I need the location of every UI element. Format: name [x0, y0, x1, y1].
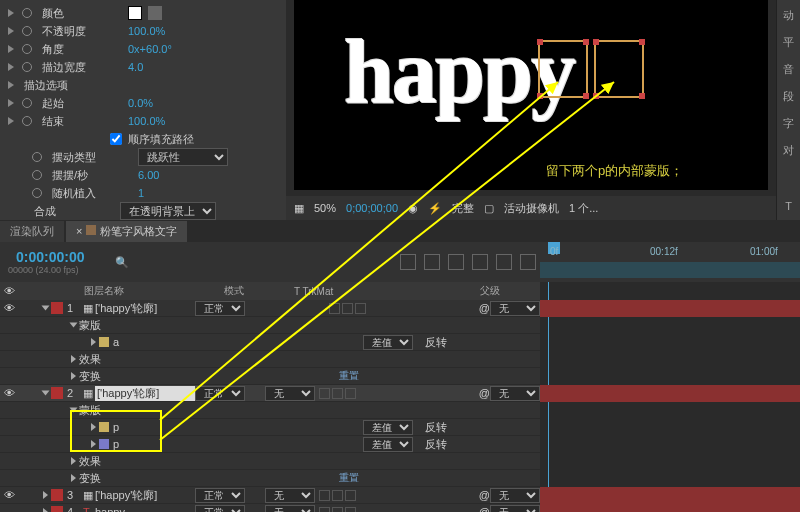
stopwatch-icon[interactable]	[22, 116, 32, 126]
col-parent[interactable]: 父级	[480, 284, 540, 298]
pickwhip-icon[interactable]: @	[479, 506, 490, 512]
layer-color[interactable]	[51, 302, 63, 314]
visibility-toggle[interactable]: 👁	[4, 302, 16, 314]
selection-box-p2[interactable]	[594, 40, 644, 98]
mask-mode-select[interactable]: 差值	[363, 335, 413, 350]
disclosure-icon[interactable]	[91, 423, 96, 431]
rpanel-tab[interactable]: 动	[783, 8, 794, 23]
disclosure-icon[interactable]	[91, 338, 96, 346]
disclosure-icon[interactable]	[71, 372, 76, 380]
zoom-level[interactable]: 50%	[314, 202, 336, 214]
stopwatch-icon[interactable]	[22, 26, 32, 36]
grid-icon[interactable]: ▦	[294, 202, 304, 215]
type-tool-icon[interactable]: T	[785, 200, 792, 212]
disclosure-icon[interactable]	[8, 27, 14, 35]
viewer-canvas[interactable]: happy 留下两个p的内部蒙版；	[294, 0, 768, 190]
disclosure-icon[interactable]	[43, 508, 48, 512]
disclosure-icon[interactable]	[70, 323, 78, 328]
trkmat-select[interactable]: 无	[265, 386, 315, 401]
eyedropper-icon[interactable]	[148, 6, 162, 20]
disclosure-icon[interactable]	[91, 440, 96, 448]
rpanel-tab[interactable]: 对	[783, 143, 794, 158]
disclosure-icon[interactable]	[71, 457, 76, 465]
layer-row[interactable]: 👁 1 ▦ ['happy'轮廓] 正常 @ 无	[0, 300, 540, 317]
work-area-bar[interactable]	[540, 262, 800, 278]
stopwatch-icon[interactable]	[22, 98, 32, 108]
fill-path-checkbox[interactable]	[110, 133, 122, 145]
timeline-tracks[interactable]	[540, 282, 800, 512]
blend-mode-select[interactable]: 正常	[195, 505, 245, 513]
layer-color[interactable]	[51, 489, 63, 501]
disclosure-icon[interactable]	[70, 408, 78, 413]
layer-row[interactable]: 4 T happy 正常 无 @ 无	[0, 504, 540, 512]
angle-value[interactable]: 0x+60.0°	[128, 43, 172, 55]
parent-select[interactable]: 无	[490, 301, 540, 316]
effects-group[interactable]: 效果	[0, 453, 540, 470]
stopwatch-icon[interactable]	[32, 170, 42, 180]
col-layer-name[interactable]: 图层名称	[84, 284, 224, 298]
tab-render-queue[interactable]: 渲染队列	[0, 221, 64, 242]
invert-label[interactable]: 反转	[425, 420, 447, 435]
composite-select[interactable]: 在透明背景上	[120, 202, 216, 220]
start-value[interactable]: 0.0%	[128, 97, 153, 109]
layer-name[interactable]: ['happy'轮廓]	[95, 488, 195, 503]
rpanel-tab[interactable]: 音	[783, 62, 794, 77]
stopwatch-icon[interactable]	[22, 8, 32, 18]
layer-track[interactable]	[540, 300, 800, 317]
parent-select[interactable]: 无	[490, 488, 540, 503]
mask-color[interactable]	[99, 439, 109, 449]
mask-name[interactable]: a	[113, 336, 233, 348]
current-timecode[interactable]: 0:00:00:00	[16, 249, 85, 265]
masks-group[interactable]: 蒙版	[0, 317, 540, 334]
visibility-toggle[interactable]	[4, 506, 16, 512]
transform-group[interactable]: 变换重置	[0, 368, 540, 385]
layer-color[interactable]	[51, 387, 63, 399]
trkmat-select[interactable]: 无	[265, 488, 315, 503]
layer-color[interactable]	[51, 506, 63, 512]
viewer-time[interactable]: 0;00;00;00	[346, 202, 398, 214]
mask-name[interactable]: p	[113, 421, 233, 433]
parent-select[interactable]: 无	[490, 505, 540, 513]
mask-mode-select[interactable]: 差值	[363, 420, 413, 435]
disclosure-icon[interactable]	[8, 9, 14, 17]
disclosure-icon[interactable]	[71, 474, 76, 482]
rpanel-tab[interactable]: 字	[783, 116, 794, 131]
disclosure-icon[interactable]	[42, 306, 50, 311]
parent-select[interactable]: 无	[490, 386, 540, 401]
disclosure-icon[interactable]	[71, 355, 76, 363]
quality-select[interactable]: 完整	[452, 201, 474, 216]
mask-row[interactable]: p差值反转	[0, 419, 540, 436]
col-trkmat[interactable]: T TrkMat	[294, 286, 374, 297]
trkmat-select[interactable]: 无	[265, 505, 315, 513]
layer-row[interactable]: 👁 2 ▦ ['happy'轮廓] 正常 无 @ 无	[0, 385, 540, 402]
stopwatch-icon[interactable]	[22, 62, 32, 72]
layer-track[interactable]	[540, 487, 800, 504]
camera-icon[interactable]: ◉	[408, 202, 418, 215]
mask-color[interactable]	[99, 422, 109, 432]
blend-mode-select[interactable]: 正常	[195, 386, 245, 401]
rpanel-tab[interactable]: 段	[783, 89, 794, 104]
pickwhip-icon[interactable]: @	[479, 387, 490, 399]
stroke-width-value[interactable]: 4.0	[128, 61, 143, 73]
time-ruler[interactable]: 0f 00:12f 01:00f	[540, 242, 800, 282]
graph-editor-icon[interactable]	[496, 254, 512, 270]
pickwhip-icon[interactable]: @	[479, 489, 490, 501]
layer-track[interactable]	[540, 504, 800, 512]
disclosure-icon[interactable]	[8, 99, 14, 107]
invert-label[interactable]: 反转	[425, 335, 447, 350]
close-tab-icon[interactable]: ×	[76, 225, 82, 237]
disclosure-icon[interactable]	[8, 117, 14, 125]
masks-group[interactable]: 蒙版	[0, 402, 540, 419]
comp-mini-icon[interactable]	[400, 254, 416, 270]
mask-row[interactable]: a差值反转	[0, 334, 540, 351]
tab-composition[interactable]: ×粉笔字风格文字	[66, 221, 187, 242]
layer-name[interactable]: ['happy'轮廓]	[95, 301, 195, 316]
search-icon[interactable]: 🔍	[115, 256, 129, 269]
stopwatch-icon[interactable]	[32, 152, 42, 162]
end-value[interactable]: 100.0%	[128, 115, 165, 127]
stopwatch-icon[interactable]	[22, 44, 32, 54]
blend-mode-select[interactable]: 正常	[195, 301, 245, 316]
layer-track[interactable]	[540, 385, 800, 402]
blend-mode-select[interactable]: 正常	[195, 488, 245, 503]
selection-box-p1[interactable]	[538, 40, 588, 98]
